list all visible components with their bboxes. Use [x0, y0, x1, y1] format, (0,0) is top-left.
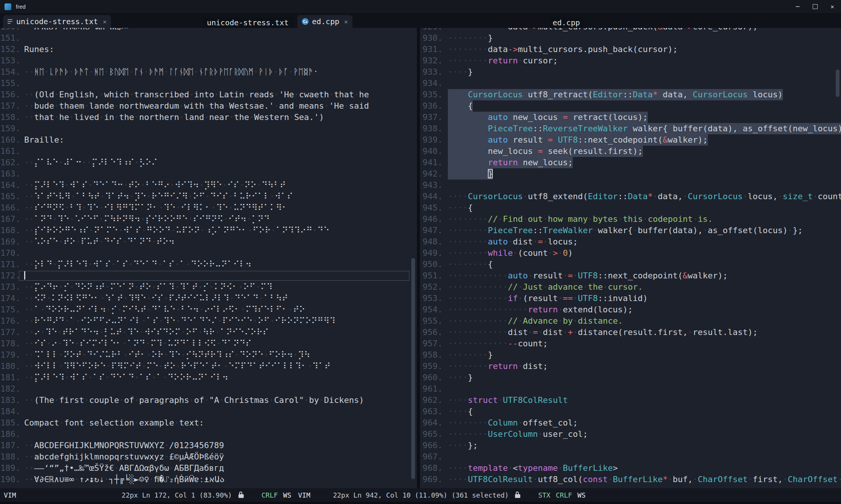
code-line[interactable]: 933.····}	[420, 66, 841, 78]
code-line[interactable]: 188.··abcdefghijklmnopqrstuvwxyz·£©µÀÆÖÞ…	[0, 451, 417, 463]
code-line[interactable]: 176.··⠗⠑⠛⠜⠙·⠁·⠊⠕⠋⠋⠔⠤⠝⠁⠊⠇·⠁⠎·⠹⠑·⠙⠑⠁⠙⠑⠌·⠏⠊…	[0, 315, 417, 327]
code-line[interactable]: 962.····struct·UTF8ColResult	[420, 395, 841, 406]
code-line[interactable]: 950.········{	[420, 259, 841, 270]
code-line[interactable]: 157.··bude·thaem·lande·northweardum·with…	[0, 100, 417, 112]
code-line[interactable]: 167.··⠁⠝⠙·⠹⠑·⠡⠊⠑⠋·⠍⠳⠗⠝⠻⠲·⡎⠊⠗⠕⠕⠛⠑·⠎⠊⠛⠝⠫·⠊…	[0, 214, 417, 225]
code-line[interactable]: 966.····};	[420, 440, 841, 451]
code-line[interactable]: 965.········UserColumn·user_col;	[420, 429, 841, 440]
tab-unicode-stress[interactable]: unicode-stress.txt ✕	[3, 15, 111, 28]
code-line[interactable]: 165.··⠱⠁⠞⠑⠧⠻·⠁⠃⠳⠞·⠹⠁⠞⠲·⡹⠑·⠗⠑⠛⠊⠌⠻·⠕⠋·⠙⠊⠎·…	[0, 191, 417, 202]
code-line[interactable]: 174.··⠪⠝·⠅⠝⠪⠇⠫⠛⠑⠂·⠱⠁⠞·⠹⠻⠑·⠊⠎·⠏⠜⠞⠊⠊⠥⠇⠜⠇⠹·…	[0, 293, 417, 304]
code-line[interactable]: 945.····{	[420, 202, 841, 214]
code-line[interactable]: 932.········return·cursor;	[420, 55, 841, 66]
code-line[interactable]: 179.··⠩⠁⠇⠇·⠝⠕⠞·⠙⠊⠌⠥⠗⠃·⠊⠞⠂·⠕⠗·⠹⠑·⡊⠳⠝⠞⠗⠹⠰⠎…	[0, 349, 417, 361]
code-line[interactable]: 162.··⡌⠁⠧⠑·⠼⠁⠒··⡍⠜⠇⠑⠹⠰⠎·⡣⠕⠌	[0, 157, 417, 168]
code-line[interactable]: 154.··ᚻᛖ·ᚳᚹᚫᚦ·ᚦᚫᛏ·ᚻᛖ·ᛒᚢᛞᛖ·ᚩᚾ·ᚦᚫᛗ·ᛚᚪᚾᛞᛖ·ᚾ…	[0, 66, 417, 78]
code-line[interactable]: 171.··⡕⠇⠙·⡍⠜⠇⠑⠹·⠺⠁⠎·⠁⠎·⠙⠑⠁⠙·⠁⠎·⠁·⠙⠕⠕⠗⠤⠝⠁…	[0, 259, 417, 270]
code-line[interactable]: 959.········return·dist;	[420, 361, 841, 372]
close-button[interactable]: ✕	[824, 0, 841, 13]
code-line[interactable]: 170.	[0, 247, 417, 259]
code-line[interactable]: 961.	[420, 383, 841, 395]
code-line[interactable]: 169.··⠡⠕⠎⠑·⠞⠕·⠏⠥⠞·⠙⠊⠎·⠙⠁⠝⠙·⠞⠕⠲	[0, 236, 417, 247]
code-line[interactable]: 949.········while·(count·>·0)	[420, 247, 841, 259]
code-line[interactable]: 963.····{	[420, 406, 841, 417]
code-line[interactable]: 947.········PieceTree::TreeWalker·walker…	[420, 225, 841, 236]
code-line[interactable]: 182.	[0, 383, 417, 395]
code-line[interactable]: 942.········}	[420, 168, 841, 180]
code-line[interactable]: 185.Compact·font·selection·example·text:	[0, 417, 417, 429]
code-line[interactable]: 161.	[0, 146, 417, 157]
code-line[interactable]: 938.········PieceTree::ReverseTreeWalker…	[420, 123, 841, 134]
code-line[interactable]: 177.··⠔·⠹⠑·⠞⠗⠁⠙⠑⠲·⡃⠥⠞·⠹⠑·⠺⠊⠎⠙⠕⠍·⠕⠋·⠳⠗·⠁⠝…	[0, 327, 417, 338]
code-line[interactable]: 190.··∀∂∈ℝ∧∪≡∞·↑↗↨↻⇣·┐┼╔╘░►☺♀·ﬁ�⑀₂ἠḂӥẄɐː…	[0, 474, 417, 485]
code-line[interactable]: 946.········//·Find·out·how·many·bytes·t…	[420, 214, 841, 225]
code-line[interactable]: 160.Braille:	[0, 134, 417, 146]
minimize-button[interactable]: ─	[789, 0, 806, 13]
code-line[interactable]: 180.··⠺⠊⠇⠇·⠹⠻⠑⠋⠕⠗⠑·⠏⠻⠍⠊⠞·⠍⠑·⠞⠕·⠗⠑⠏⠑⠁⠞⠂·⠑…	[0, 361, 417, 372]
code-line[interactable]: 175.··⠁·⠙⠕⠕⠗⠤⠝⠁⠊⠇⠲·⡊·⠍⠊⠣⠞·⠙⠁⠧⠑·⠃⠑⠲·⠔⠊⠇⠔⠫…	[0, 304, 417, 315]
code-line[interactable]: 155.	[0, 78, 417, 89]
code-line[interactable]: 957.············--count;	[420, 338, 841, 349]
code-line[interactable]: 186.	[0, 429, 417, 440]
code-line[interactable]: 943.	[420, 180, 841, 191]
code-line[interactable]: 153.	[0, 55, 417, 66]
code-line[interactable]: 944.····CursorLocus·utf8_extend(Editor::…	[420, 191, 841, 202]
code-line[interactable]: 968.····template·<typename·BufferLike>	[420, 463, 841, 474]
code-line[interactable]: 934.	[420, 78, 841, 89]
code-line[interactable]: 173.··⡍⠔⠙⠖·⡊·⠙⠕⠝⠰⠞·⠍⠑⠁⠝·⠞⠕·⠎⠁⠹·⠹⠁⠞·⡊·⠅⠝⠪…	[0, 281, 417, 293]
code-line[interactable]: 958.········}	[420, 349, 841, 361]
code-line[interactable]: 953.············if·(result·==·UTF8::inva…	[420, 293, 841, 304]
code-line[interactable]: 931.········data->multi_cursors.push_bac…	[420, 44, 841, 55]
code-line[interactable]: 960.····}	[420, 372, 841, 383]
code-line[interactable]: 939.········auto·result·=·UTF8::next_cod…	[420, 134, 841, 146]
tab-close-icon[interactable]: ✕	[344, 18, 348, 25]
code-line[interactable]: 159.	[0, 123, 417, 134]
tab-close-icon[interactable]: ✕	[103, 18, 107, 25]
code-line[interactable]: 936.····{	[420, 100, 841, 112]
code-line[interactable]: 168.··⡎⠊⠗⠕⠕⠛⠑⠰⠎·⠝⠁⠍⠑·⠺⠁⠎·⠛⠕⠕⠙·⠥⠏⠕⠝·⠰⡡⠁⠝⠛…	[0, 225, 417, 236]
scrollbar-thumb[interactable]	[411, 258, 415, 479]
code-line[interactable]: 964.········Column·offset_col;	[420, 417, 841, 429]
scrollbar-left[interactable]	[411, 28, 415, 488]
code-line[interactable]: 152.Runes:	[0, 44, 417, 55]
code-line[interactable]: 151.	[0, 32, 417, 44]
code-line[interactable]: 952.············//·Just·advance·the·curs…	[420, 281, 841, 293]
lock-icon[interactable]	[238, 492, 244, 498]
lock-icon[interactable]	[515, 492, 521, 498]
code-line[interactable]: 937.········auto·new_locus·=·retract(loc…	[420, 112, 841, 123]
code-line[interactable]: 967.	[420, 451, 841, 463]
code-line[interactable]: 183.··(The·first·couple·of·paragraphs·of…	[0, 395, 417, 406]
scrollbar-thumb[interactable]	[836, 69, 839, 97]
code-line[interactable]: 929.············data->multi_cursors.push…	[420, 28, 841, 32]
code-line[interactable]: 940.········new_locus·=·seek(result.firs…	[420, 146, 841, 157]
code-line[interactable]: 156.··(Old·English,·which·transcribed·in…	[0, 89, 417, 100]
code-line[interactable]: 164.··⡍⠜⠇⠑⠹·⠺⠁⠎·⠙⠑⠁⠙⠒·⠞⠕·⠃⠑⠛⠔·⠺⠊⠹⠲·⡹⠻⠑·⠊…	[0, 180, 417, 191]
scrollbar-right[interactable]	[835, 28, 840, 488]
code-line[interactable]: 951.············auto·result·=·UTF8::next…	[420, 270, 841, 281]
code-line[interactable]: 178.··⠊⠎·⠔·⠹⠑·⠎⠊⠍⠊⠇⠑⠂·⠁⠝⠙·⠍⠹·⠥⠝⠙⠁⠇⠇⠪⠫·⠙⠁…	[0, 338, 417, 349]
code-line[interactable]: 150.··እግርህን·በፍራሽህ·ልክ·ዘርጋ።	[0, 28, 417, 32]
code-line[interactable]: 158.··that·he·lived·in·the·northern·land…	[0, 112, 417, 123]
code-line[interactable]: 930.········}	[420, 32, 841, 44]
code-line[interactable]: 935.····CursorLocus·utf8_retract(Editor:…	[420, 89, 841, 100]
editor-pane-right[interactable]: 929.············data->multi_cursors.push…	[420, 28, 841, 488]
code-line[interactable]: 181.··⡍⠜⠇⠑⠹·⠺⠁⠎·⠁⠎·⠙⠑⠁⠙·⠁⠎·⠁·⠙⠕⠕⠗⠤⠝⠁⠊⠇⠲	[0, 372, 417, 383]
code-line[interactable]: 184.	[0, 406, 417, 417]
pane-divider[interactable]	[417, 14, 420, 488]
text-buffer-right[interactable]: 929.············data->multi_cursors.push…	[420, 28, 841, 485]
code-line[interactable]: 969.····UTF8ColResult·utf8_col(const·Buf…	[420, 474, 841, 485]
maximize-button[interactable]	[806, 0, 824, 13]
code-line[interactable]: 172.	[0, 270, 417, 281]
text-buffer-left[interactable]: 150.··እግርህን·በፍራሽህ·ልክ·ዘርጋ።151.152.Runes:1…	[0, 28, 417, 485]
code-line[interactable]: 941.········return·new_locus;	[420, 157, 841, 168]
tab-ed-cpp[interactable]: C+ ed.cpp ✕	[297, 15, 352, 28]
code-line[interactable]: 948.········auto·dist·=·locus;	[420, 236, 841, 247]
code-line[interactable]: 955.············//·Advance·by·distance.	[420, 315, 841, 327]
code-line[interactable]: 166.··⠎⠊⠛⠝⠫·⠃⠹·⠹⠑·⠊⠇⠻⠛⠹⠍⠁⠝⠂·⠹⠑·⠊⠇⠻⠅⠂·⠹⠑·…	[0, 202, 417, 214]
code-line[interactable]: 956.············dist·=·dist·+·distance(r…	[420, 327, 841, 338]
code-line[interactable]: 954.················return·extend(locus)…	[420, 304, 841, 315]
editor-pane-left[interactable]: 150.··እግርህን·በፍራሽህ·ልክ·ዘርጋ።151.152.Runes:1…	[0, 28, 417, 488]
code-line[interactable]: 189.··–—‘“”„†•…‰™œŠŸž€·ΑΒΓΔΩαβγδω·АБВГДа…	[0, 463, 417, 474]
code-line[interactable]: 187.··ABCDEFGHIJKLMNOPQRSTUVWXYZ·/012345…	[0, 440, 417, 451]
code-line[interactable]: 163.	[0, 168, 417, 180]
